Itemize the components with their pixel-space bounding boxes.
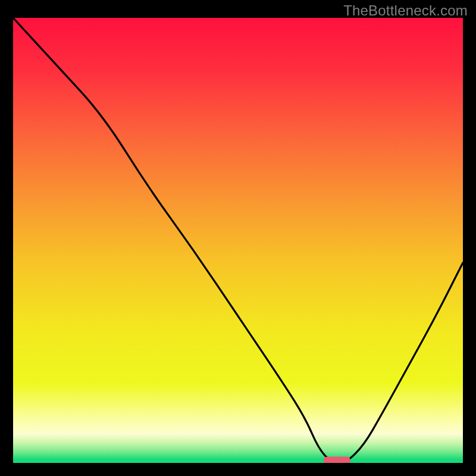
chart-svg: [13, 18, 463, 463]
gradient-background: [13, 18, 463, 463]
watermark-text: TheBottleneck.com: [343, 2, 468, 19]
chart-plot-area: [13, 18, 463, 463]
optimum-marker: [324, 457, 350, 464]
chart-frame: TheBottleneck.com: [0, 0, 476, 476]
